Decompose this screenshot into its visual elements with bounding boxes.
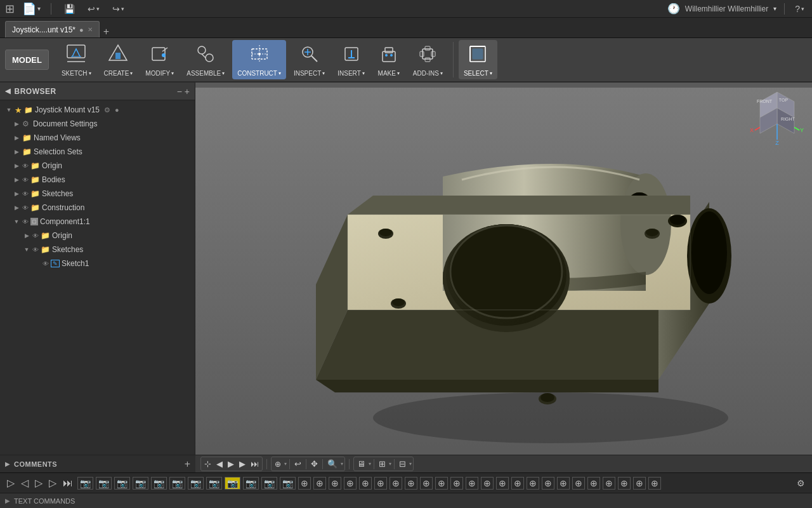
grid-display-btn[interactable]: ⊞: [377, 458, 388, 469]
sketch1-sketch-icon: ✎: [51, 260, 60, 267]
timeline-op-22[interactable]: ⊕: [450, 477, 463, 490]
timeline-op-24[interactable]: ⊕: [481, 477, 494, 490]
origin-folder-icon: 📁: [30, 161, 40, 170]
timeline-op-19[interactable]: ⊕: [405, 477, 417, 490]
timeline-op-33[interactable]: ⊕: [618, 477, 631, 490]
tree-named-views[interactable]: ▶ 📁 Named Views: [0, 131, 195, 145]
tree-document-settings[interactable]: ▶ ⚙ Document Settings: [0, 117, 195, 131]
browser-add-btn[interactable]: +: [185, 86, 190, 97]
view-layout-btn[interactable]: ⊟: [397, 458, 408, 469]
action-icon-1[interactable]: ◁: [19, 476, 30, 490]
toolbar-add-ins[interactable]: ADD-INS▾: [408, 40, 448, 79]
timeline-op-4[interactable]: 📷: [151, 477, 167, 490]
toolbar-make[interactable]: MAKE▾: [372, 40, 405, 79]
tree-bodies[interactable]: ▶ 👁 📁 Bodies: [0, 173, 195, 187]
undo-button[interactable]: ↩▾: [85, 3, 102, 15]
timeline-op-3[interactable]: 📷: [133, 477, 148, 490]
nav-next-btn[interactable]: ▶: [237, 458, 247, 469]
tree-component1[interactable]: ▼ 👁 □ Component1:1: [0, 215, 195, 229]
redo-button[interactable]: ↪▾: [110, 3, 127, 15]
timeline-op-6[interactable]: 📷: [188, 477, 204, 490]
save-button[interactable]: 💾: [62, 3, 77, 15]
nav-play-btn[interactable]: ▶: [226, 458, 236, 469]
toolbar-select[interactable]: SELECT▾: [459, 40, 497, 79]
timeline-op-31[interactable]: ⊕: [587, 477, 600, 490]
timeline-op-34[interactable]: ⊕: [633, 477, 646, 490]
nav-prev-btn[interactable]: ◀: [214, 458, 225, 469]
timeline-op-23[interactable]: ⊕: [466, 477, 478, 490]
nav-end-btn[interactable]: ⏭: [249, 458, 261, 469]
timeline-op-0[interactable]: 📷: [77, 477, 93, 490]
tree-construction[interactable]: ▶ 👁 📁 Construction: [0, 201, 195, 215]
browser-minus-btn[interactable]: −: [177, 86, 182, 97]
app-grid-icon[interactable]: ⊞: [5, 2, 15, 16]
timeline-op-2[interactable]: 📷: [114, 477, 130, 490]
toolbar-inspect[interactable]: INSPECT▾: [289, 40, 330, 79]
tree-sketches-root[interactable]: ▶ 👁 📁 Sketches: [0, 187, 195, 201]
tab-joystick-mount[interactable]: Joystick....unt v15* ● ✕: [5, 21, 100, 37]
timeline-op-26[interactable]: ⊕: [511, 477, 524, 490]
toolbar-assemble[interactable]: ASSEMBLE▾: [181, 40, 230, 79]
timeline-op-30[interactable]: ⊕: [572, 477, 585, 490]
toolbar-construct[interactable]: CONSTRUCT▾: [232, 40, 286, 79]
timeline-op-12[interactable]: ⊕: [298, 477, 311, 490]
timeline-op-20[interactable]: ⊕: [420, 477, 433, 490]
file-menu[interactable]: 📄▾: [22, 2, 41, 16]
timeline-op-5[interactable]: 📷: [169, 477, 185, 490]
timeline-op-10[interactable]: 📷: [261, 477, 277, 490]
tab-close-button[interactable]: ✕: [88, 26, 93, 33]
view-cube[interactable]: Z X Y TOP FRONT: [749, 89, 806, 146]
timeline-op-21[interactable]: ⊕: [435, 477, 448, 490]
tree-origin[interactable]: ▶ 👁 📁 Origin: [0, 159, 195, 173]
timeline-op-16[interactable]: ⊕: [359, 477, 372, 490]
timeline-op-17[interactable]: ⊕: [374, 477, 387, 490]
toolbar-modify[interactable]: MODIFY▾: [140, 40, 179, 79]
toolbar-sketch[interactable]: SKETCH▾: [56, 40, 96, 79]
timeline-op-25[interactable]: ⊕: [496, 477, 509, 490]
nav-start-btn[interactable]: ⊹: [202, 458, 213, 469]
comments-add-btn[interactable]: +: [185, 459, 190, 469]
timeline-settings-btn[interactable]: ⚙: [795, 477, 807, 490]
timeline-op-1[interactable]: 📷: [96, 477, 112, 490]
tree-sketch1[interactable]: 👁 ✎ Sketch1: [0, 257, 195, 271]
zoom-btn[interactable]: 🔍: [325, 458, 339, 469]
toolbar-create[interactable]: CREATE▾: [99, 40, 138, 79]
cursor-select-btn[interactable]: ⊕: [273, 459, 283, 469]
action-icon-4[interactable]: ⏭: [61, 476, 75, 490]
timeline-op-27[interactable]: ⊕: [527, 477, 539, 490]
tab-add-button[interactable]: +: [100, 26, 113, 37]
help-button[interactable]: ?▾: [792, 3, 807, 15]
tree-selection-sets[interactable]: ▶ 📁 Selection Sets: [0, 145, 195, 159]
timeline-op-18[interactable]: ⊕: [390, 477, 402, 490]
comments-expand-icon[interactable]: ▶: [5, 460, 10, 467]
user-dropdown-icon[interactable]: ▾: [773, 5, 776, 12]
action-icon-2[interactable]: ▷: [33, 476, 44, 490]
clock-icon[interactable]: 🕐: [667, 3, 680, 15]
undo-view-btn[interactable]: ↩: [292, 458, 303, 469]
tree-comp1-origin[interactable]: ▶ 👁 📁 Origin: [0, 229, 195, 243]
tree-root[interactable]: ▼ ★ 📁 Joystick Mount v15 ⚙ ●: [0, 103, 195, 117]
browser-collapse-left[interactable]: ◀: [5, 87, 11, 95]
timeline-op-29[interactable]: ⊕: [557, 477, 570, 490]
action-icon-3[interactable]: ▷: [47, 476, 58, 490]
toolbar-insert[interactable]: INSERT▾: [332, 40, 370, 79]
text-commands-arrow[interactable]: ▶: [5, 497, 10, 504]
pan-btn[interactable]: ✥: [309, 458, 320, 469]
timeline-op-8[interactable]: 📷: [225, 477, 240, 490]
timeline-op-35[interactable]: ⊕: [648, 477, 661, 490]
timeline-op-7[interactable]: 📷: [206, 477, 222, 490]
timeline-op-9[interactable]: 📷: [243, 477, 259, 490]
root-settings-btn[interactable]: ⚙: [104, 106, 110, 114]
timeline-op-32[interactable]: ⊕: [603, 477, 615, 490]
viewport[interactable]: Z X Y TOP FRONT: [195, 83, 812, 455]
svg-text:TOP: TOP: [779, 98, 789, 102]
timeline-op-11[interactable]: 📷: [280, 477, 296, 490]
model-button[interactable]: MODEL: [5, 50, 49, 70]
action-icon-0[interactable]: ▷: [5, 476, 16, 490]
tree-comp1-sketches[interactable]: ▼ 👁 📁 Sketches: [0, 243, 195, 257]
timeline-op-14[interactable]: ⊕: [329, 477, 341, 490]
display-mode-btn[interactable]: 🖥: [355, 458, 367, 469]
timeline-op-15[interactable]: ⊕: [344, 477, 357, 490]
timeline-op-13[interactable]: ⊕: [313, 477, 326, 490]
timeline-op-28[interactable]: ⊕: [542, 477, 554, 490]
